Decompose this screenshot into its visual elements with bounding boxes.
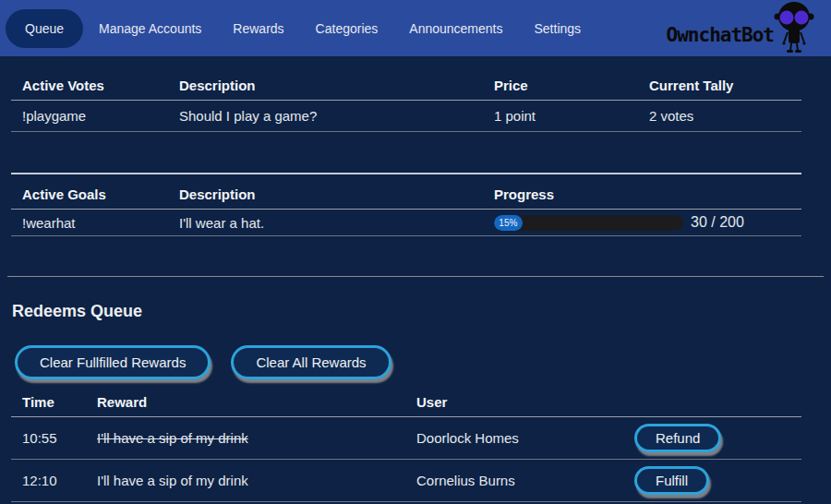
vote-description-cell: Should I play a game? [179, 101, 494, 132]
votes-header-tally: Current Tally [649, 72, 801, 101]
redeems-actions-row: Clear Fullfilled Rewards Clear All Rewar… [15, 345, 831, 379]
table-header-row: Active Votes Description Price Current T… [11, 72, 801, 101]
fulfill-button[interactable]: Fulfill [634, 466, 709, 495]
votes-header-description: Description [179, 72, 494, 101]
table-header-row: Time Reward User [11, 393, 801, 417]
clear-fulfilled-rewards-button[interactable]: Clear Fullfilled Rewards [15, 345, 211, 379]
table-row: !playgame Should I play a game? 1 point … [11, 101, 801, 132]
vote-price-cell: 1 point [494, 101, 649, 132]
nav-tab-categories[interactable]: Categories [300, 10, 394, 47]
brand-logo-text: OwnchatBot [667, 26, 774, 45]
app-root: Queue Manage Accounts Rewards Categories… [0, 0, 831, 502]
top-navbar: Queue Manage Accounts Rewards Categories… [0, 0, 831, 56]
goal-progress-value: 30 / 200 [691, 214, 744, 231]
nav-tab-manage-accounts[interactable]: Manage Accounts [83, 10, 217, 47]
active-goals-table: Active Goals Description Progress !wearh… [11, 173, 801, 236]
goals-header-progress: Progress [494, 174, 801, 210]
main-content: Active Votes Description Price Current T… [0, 72, 831, 502]
goal-progress-bar: 15% [494, 215, 683, 231]
goal-progress-cell: 15% 30 / 200 [494, 210, 801, 236]
redeems-header-time: Time [11, 393, 97, 417]
goal-description-cell: I'll wear a hat. [179, 210, 494, 236]
goal-progress-fill: 15% [494, 215, 523, 231]
goals-header-description: Description [179, 174, 494, 210]
table-row: !wearhat I'll wear a hat. 15% 30 / 200 [11, 210, 801, 236]
nav-tab-settings[interactable]: Settings [518, 10, 596, 47]
redeems-header-action [634, 393, 801, 417]
brand-logo: OwnchatBot [667, 0, 831, 56]
table-header-row: Active Goals Description Progress [11, 174, 801, 210]
nav-tab-queue[interactable]: Queue [6, 9, 83, 48]
nav-tab-rewards[interactable]: Rewards [217, 10, 299, 47]
redeems-queue-table: Time Reward User 10:55 I'll have a sip o… [11, 393, 801, 502]
refund-button[interactable]: Refund [634, 424, 721, 452]
redeem-time-cell: 10:55 [11, 417, 97, 460]
table-row: 10:55 I'll have a sip of my drink Doorlo… [11, 417, 801, 460]
vote-command-cell: !playgame [11, 101, 179, 132]
redeem-action-cell: Fulfill [634, 460, 801, 502]
goal-progress-percent-label: 15% [499, 218, 517, 228]
redeems-queue-title: Redeems Queue [12, 302, 831, 321]
robot-mascot-icon [770, 1, 818, 54]
nav-tab-announcements[interactable]: Announcements [393, 10, 518, 47]
reward-cell-1: I'll have a sip of my drink [97, 460, 416, 502]
redeems-header-reward: Reward [97, 393, 416, 417]
redeem-action-cell: Refund [634, 417, 801, 460]
reward-cell-0: I'll have a sip of my drink [97, 417, 416, 460]
vote-tally-cell: 2 votes [649, 101, 801, 132]
votes-header-command: Active Votes [11, 72, 179, 101]
redeem-time-cell: 12:10 [11, 460, 97, 502]
active-votes-table: Active Votes Description Price Current T… [11, 72, 801, 132]
section-divider [7, 276, 824, 277]
goals-header-command: Active Goals [11, 174, 179, 210]
redeem-user-cell: Cornelius Burns [416, 460, 634, 502]
table-row: 12:10 I'll have a sip of my drink Cornel… [11, 460, 801, 502]
goal-command-cell: !wearhat [11, 210, 179, 236]
votes-header-price: Price [494, 72, 649, 101]
clear-all-rewards-button[interactable]: Clear All Rewards [231, 345, 391, 379]
redeems-header-user: User [416, 393, 634, 417]
redeem-user-cell: Doorlock Homes [416, 417, 634, 460]
